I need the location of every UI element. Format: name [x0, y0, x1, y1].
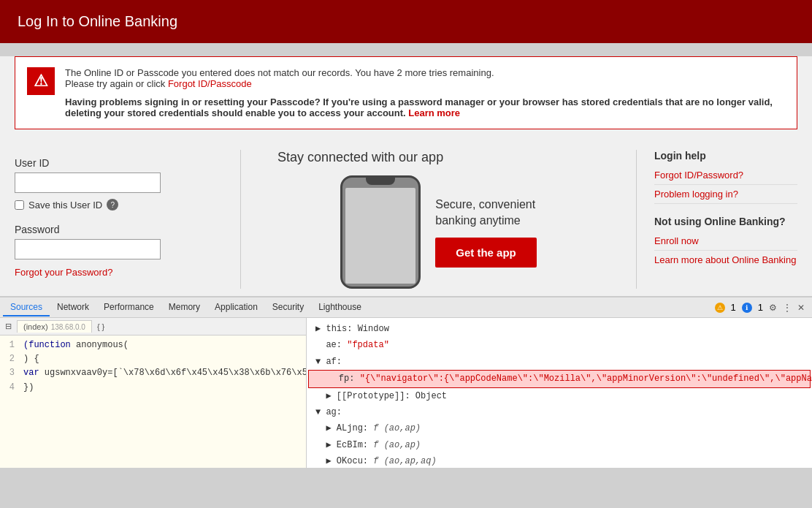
- devtools-tabs-bar: Sources Network Performance Memory Appli…: [0, 297, 812, 318]
- var-ag: ▼ ag:: [307, 404, 812, 420]
- problem-logging-link[interactable]: Problem logging in?: [654, 185, 797, 204]
- help-links: Login help Forgot ID/Password? Problem l…: [637, 150, 797, 289]
- close-btn[interactable]: ✕: [797, 303, 805, 313]
- warning-badge: ⚠: [715, 303, 725, 313]
- more-btn[interactable]: ⋮: [783, 303, 792, 313]
- var-af: ▼ af:: [307, 354, 812, 370]
- devtools-tab-application[interactable]: Application: [207, 299, 265, 316]
- banner-title: Log In to Online Banking: [18, 13, 177, 29]
- file-name: (index): [23, 322, 48, 331]
- user-id-input[interactable]: [15, 173, 161, 193]
- main-content: ⚠ The Online ID or Passcode you entered …: [0, 56, 812, 296]
- var-prototype: ▶ [[Prototype]]: Object: [307, 388, 812, 404]
- file-url: 138.68.0.0: [51, 323, 85, 331]
- app-promo-right: Secure, convenientbanking anytime Get th…: [435, 197, 537, 268]
- enroll-now-link[interactable]: Enroll now: [654, 232, 797, 251]
- code-line-1: (function anonymous(: [20, 338, 306, 352]
- login-help-title: Login help: [654, 150, 797, 162]
- code-line-2: ) {: [20, 352, 306, 366]
- devtools-tab-sources[interactable]: Sources: [3, 299, 50, 316]
- error-sub-message: Please try again or click: [65, 78, 168, 89]
- code-toolbar: ⊟ (index) 138.68.0.0 { }: [0, 318, 306, 335]
- var-ecbim: ▶ EcBIm: f (ao,ap): [307, 437, 812, 453]
- password-input[interactable]: [15, 239, 161, 259]
- var-fp: fp: "{\"navigator\":{\"appCodeName\":\"M…: [308, 370, 811, 387]
- app-promo-inner: Secure, convenientbanking anytime Get th…: [340, 175, 537, 289]
- password-label: Password: [15, 224, 226, 235]
- error-bold-label: Having problems signing in or resetting …: [65, 96, 785, 118]
- var-okocu: ▶ OKocu: f (ao,ap,aq): [307, 453, 812, 468]
- help-icon[interactable]: ?: [107, 199, 118, 211]
- app-promo-text: Secure, convenientbanking anytime: [435, 197, 537, 230]
- tree-btn[interactable]: ⊟: [3, 321, 14, 332]
- devtools-icons: ⚠ 1 ℹ 1 ⚙ ⋮ ✕: [715, 302, 809, 313]
- line-numbers: 1 2 3 4: [0, 338, 20, 465]
- error-box: ⚠ The Online ID or Passcode you entered …: [15, 56, 797, 129]
- get-app-button[interactable]: Get the app: [435, 238, 537, 268]
- code-panel: ⊟ (index) 138.68.0.0 { } 1 2 3 4 (functi…: [0, 318, 307, 468]
- save-user-label: Save this User ID: [28, 200, 102, 211]
- forgot-id-link-error[interactable]: Forgot ID/Passcode: [168, 78, 252, 89]
- learn-more-link-error[interactable]: Learn more: [408, 107, 460, 118]
- settings-btn[interactable]: ⚙: [769, 303, 777, 313]
- warning-icon: ⚠: [27, 67, 55, 95]
- devtools-body: ⊟ (index) 138.68.0.0 { } 1 2 3 4 (functi…: [0, 318, 812, 468]
- info-badge: ℹ: [742, 303, 752, 313]
- file-tab[interactable]: (index) 138.68.0.0: [17, 320, 92, 333]
- app-promo-title: Stay connected with our app: [277, 150, 443, 165]
- vars-panel: ▶ this: Window ae: "fpdata" ▼ af: fp: "{…: [307, 318, 812, 468]
- code-line-3: var ugswnxvaav0y=[`\x78\x6d\x6f\x45\x45\…: [20, 366, 306, 380]
- app-promo: Stay connected with our app Secure, conv…: [241, 150, 637, 289]
- info-count: 1: [758, 302, 763, 313]
- format-btn[interactable]: { }: [95, 322, 107, 332]
- var-ae: ae: "fpdata": [307, 337, 812, 353]
- warning-count: 1: [731, 302, 736, 313]
- phone-screen: [345, 188, 415, 284]
- devtools-tab-lighthouse[interactable]: Lighthouse: [311, 299, 369, 316]
- error-text-block: The Online ID or Passcode you entered do…: [65, 67, 785, 118]
- devtools-tab-performance[interactable]: Performance: [96, 299, 161, 316]
- save-user-row: Save this User ID ?: [15, 199, 226, 211]
- code-content: 1 2 3 4 (function anonymous( ) { var ugs…: [0, 335, 306, 468]
- forgot-id-password-link[interactable]: Forgot ID/Password?: [654, 166, 797, 185]
- save-user-checkbox[interactable]: [15, 200, 24, 210]
- var-this: ▶ this: Window: [307, 321, 812, 337]
- error-message: The Online ID or Passcode you entered do…: [65, 67, 494, 78]
- user-id-label: User ID: [15, 157, 226, 169]
- forgot-password-link[interactable]: Forgot your Password?: [15, 267, 226, 278]
- not-using-title: Not using Online Banking?: [654, 216, 797, 227]
- var-aljng: ▶ ALjng: f (ao,ap): [307, 420, 812, 436]
- phone-mockup: [340, 175, 421, 289]
- devtools-tab-memory[interactable]: Memory: [161, 299, 207, 316]
- code-lines: (function anonymous( ) { var ugswnxvaav0…: [20, 338, 306, 465]
- devtools-panel: Sources Network Performance Memory Appli…: [0, 296, 812, 468]
- learn-more-banking-link[interactable]: Learn more about Online Banking: [654, 251, 797, 269]
- code-line-4: }): [20, 381, 306, 395]
- page-banner: Log In to Online Banking: [0, 0, 812, 43]
- content-row: User ID Save this User ID ? Password For…: [0, 143, 812, 296]
- devtools-tab-security[interactable]: Security: [265, 299, 311, 316]
- login-form: User ID Save this User ID ? Password For…: [15, 150, 241, 289]
- devtools-tab-network[interactable]: Network: [50, 299, 96, 316]
